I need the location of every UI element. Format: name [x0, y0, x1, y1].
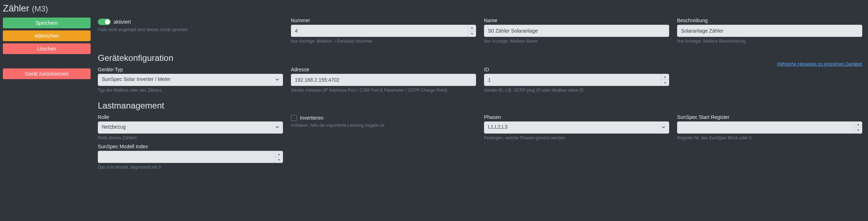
phases-select[interactable]: L1,L2,L3	[484, 121, 669, 134]
start-register-input[interactable]	[677, 121, 862, 134]
model-index-help: Das n-te Modell, beginnend mit 0	[98, 164, 283, 170]
delete-button[interactable]: Löschen	[3, 43, 91, 54]
phases-help: Festlegen, welche Phasen genutzt werden	[484, 135, 669, 141]
activated-toggle[interactable]	[98, 19, 111, 25]
chevron-down-icon[interactable]: ▼	[275, 157, 283, 163]
chevron-up-icon[interactable]: ▲	[854, 122, 862, 128]
invert-help: Anhaken, falls die importierte Leistung …	[291, 122, 476, 129]
device-help-link[interactable]: Hilfreiche Hinweise zu einzelnen Geräten	[777, 61, 862, 67]
address-help: Geräte-Adresse (IP Addresse:Port / COM P…	[291, 87, 476, 93]
invert-label: Invertieren	[300, 115, 323, 121]
model-index-stepper[interactable]: ▲ ▼	[275, 151, 283, 163]
page-title: Zähler (M3)	[3, 3, 862, 14]
number-help: Nur Anzeige: Wallbox- / Parkplatz-Nummer	[291, 38, 476, 44]
chevron-up-icon[interactable]: ▲	[661, 74, 669, 80]
chevron-up-icon[interactable]: ▲	[468, 25, 476, 31]
load-mgmt-heading: Lastmanagement	[98, 101, 862, 111]
role-help: Rolle dieses Zählers	[98, 135, 283, 141]
start-register-label: SunSpec Start Register	[677, 114, 862, 120]
number-label: Nummer	[291, 18, 476, 23]
number-stepper[interactable]: ▲ ▼	[468, 25, 476, 37]
activated-label: aktiviert	[114, 19, 131, 25]
address-label: Adresse	[291, 67, 476, 72]
page-title-main: Zähler	[3, 3, 29, 14]
id-stepper[interactable]: ▲ ▼	[661, 74, 669, 86]
chevron-up-icon[interactable]: ▲	[275, 151, 283, 157]
role-select[interactable]: Netzbezug	[98, 121, 283, 134]
description-label: Beschreibung	[677, 18, 862, 23]
name-label: Name	[484, 18, 669, 23]
name-help: Nur Anzeige: Wallbox Name	[484, 38, 669, 44]
id-input[interactable]	[484, 74, 669, 86]
model-index-label: SunSpec Modell Index	[98, 144, 283, 149]
address-input[interactable]	[291, 74, 476, 86]
chevron-down-icon[interactable]: ▼	[661, 80, 669, 86]
device-type-select[interactable]: SunSpec Solar Inverter / Meter	[98, 74, 283, 86]
start-register-help: Register Nr. des SunSpec Block oder 0	[677, 135, 862, 141]
chevron-down-icon[interactable]: ▼	[468, 31, 476, 37]
chevron-down-icon[interactable]: ▼	[854, 128, 862, 133]
device-config-heading: Gerätekonfiguration	[98, 53, 173, 63]
model-index-input[interactable]	[98, 151, 283, 163]
id-label: ID	[484, 67, 669, 72]
description-input[interactable]	[677, 25, 862, 37]
save-button[interactable]: Speichern	[3, 18, 91, 28]
activated-help: Falls nicht angehakt wird dieses Gerät i…	[98, 27, 283, 33]
description-help: Nur Anzeige: Wallbox Beschreibung	[677, 38, 862, 44]
number-input[interactable]	[291, 25, 476, 37]
name-input[interactable]	[484, 25, 669, 37]
page-title-sub: (M3)	[32, 4, 48, 13]
start-register-stepper[interactable]: ▲ ▼	[854, 122, 862, 133]
invert-checkbox[interactable]	[291, 115, 297, 121]
device-type-help: Typ der Wallbox oder des Zählers	[98, 87, 283, 93]
device-type-label: Geräte-Typ	[98, 67, 283, 72]
toggle-knob	[105, 19, 110, 24]
phases-label: Phasen	[484, 114, 669, 120]
action-sidebar: Speichern Abbrechen Löschen Gerät zurück…	[3, 18, 91, 172]
id-help: Geräte ID, z.B. OCPP plug ID oder Modbus…	[484, 87, 669, 93]
reset-device-button[interactable]: Gerät zurücksetzen	[3, 68, 91, 79]
cancel-button[interactable]: Abbrechen	[3, 30, 91, 41]
role-label: Rolle	[98, 114, 283, 120]
